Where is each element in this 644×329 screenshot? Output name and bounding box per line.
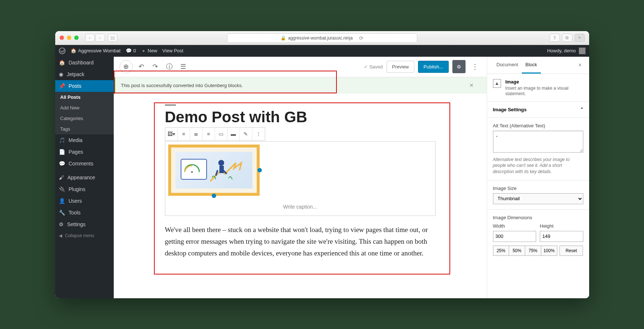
- window-zoom-icon[interactable]: [74, 35, 79, 40]
- edit-image-icon[interactable]: ✎: [240, 128, 252, 140]
- align-right-icon[interactable]: ≡: [203, 128, 215, 140]
- menu-jetpack[interactable]: ◉Jetpack: [55, 68, 114, 80]
- menu-media[interactable]: 🎵Media: [55, 134, 114, 146]
- scale-100-button[interactable]: 100%: [541, 246, 557, 256]
- redo-button[interactable]: ↷: [150, 61, 161, 72]
- submenu-add-new[interactable]: Add New: [55, 102, 114, 113]
- scale-50-button[interactable]: 50%: [509, 246, 525, 256]
- align-left-icon[interactable]: ≡: [178, 128, 190, 140]
- pages-icon: 📄: [59, 149, 65, 155]
- paragraph-block[interactable]: We've all been there – stuck on a websit…: [165, 224, 436, 259]
- collapse-menu[interactable]: ◀Collapse menu: [55, 230, 114, 241]
- menu-dashboard[interactable]: 🏠Dashboard: [55, 57, 114, 68]
- avatar-icon[interactable]: [579, 48, 585, 54]
- svg-point-2: [191, 171, 193, 173]
- image-settings-toggle[interactable]: Image Settings ˄: [493, 107, 583, 112]
- notice-close-button[interactable]: ×: [462, 82, 481, 89]
- image-block-icon: ▲: [493, 79, 501, 88]
- save-status: ✓Saved: [364, 64, 383, 70]
- window-close-icon[interactable]: [60, 35, 64, 40]
- image-caption-input[interactable]: Write caption...: [168, 201, 432, 213]
- tab-block[interactable]: Block: [522, 57, 541, 74]
- menu-appearance[interactable]: 🖌Appearance: [55, 172, 114, 183]
- new-content-link[interactable]: ＋ New: [141, 48, 157, 54]
- alt-text-input[interactable]: -: [493, 131, 583, 153]
- block-name: Image: [505, 79, 583, 85]
- lock-icon: 🔒: [280, 35, 286, 41]
- svg-point-3: [218, 160, 224, 166]
- forward-button[interactable]: ›: [95, 34, 105, 42]
- wrench-icon: 🔧: [59, 210, 65, 216]
- check-icon: ✓: [364, 64, 368, 70]
- scale-75-button[interactable]: 75%: [525, 246, 541, 256]
- settings-button[interactable]: ⚙: [452, 60, 466, 73]
- pin-icon: 📌: [59, 83, 65, 89]
- wp-admin-bar: 🏠 Aggressive Wombat 💬 0 ＋ New View Post …: [55, 45, 589, 57]
- height-input[interactable]: [540, 231, 583, 242]
- comments-link[interactable]: 💬 0: [126, 48, 136, 53]
- address-bar[interactable]: 🔒 aggressive-wombat.jurassic.ninja ⟳: [227, 33, 417, 43]
- preview-button[interactable]: Preview: [387, 61, 414, 73]
- reload-icon[interactable]: ⟳: [359, 35, 364, 41]
- scale-25-button[interactable]: 25%: [493, 246, 509, 256]
- undo-button[interactable]: ↶: [136, 61, 147, 72]
- outline-button[interactable]: ☰: [178, 61, 188, 72]
- users-icon: 👤: [59, 198, 65, 204]
- align-center-icon[interactable]: ≣: [190, 128, 203, 140]
- reset-button[interactable]: Reset: [560, 246, 583, 256]
- width-input[interactable]: [493, 231, 536, 242]
- align-full-icon[interactable]: ▬: [227, 128, 240, 140]
- new-tab-button[interactable]: +: [575, 34, 585, 42]
- dashboard-icon: 🏠: [59, 60, 65, 66]
- alt-text-label: Alt Text (Alternative Text): [493, 123, 583, 128]
- gear-icon: ⚙: [457, 64, 461, 70]
- wp-logo-icon[interactable]: [59, 48, 65, 54]
- info-button[interactable]: ⓘ: [164, 61, 174, 72]
- image-size-label: Image Size: [493, 186, 583, 191]
- menu-pages[interactable]: 📄Pages: [55, 146, 114, 158]
- menu-posts[interactable]: 📌Posts: [55, 80, 114, 92]
- title-rule: [165, 105, 176, 105]
- menu-comments[interactable]: 💬Comments: [55, 158, 114, 169]
- image-size-select[interactable]: Thumbnail: [493, 193, 583, 204]
- illustration-icon: [176, 152, 252, 188]
- comments-icon: 💬: [59, 161, 65, 167]
- success-notice: This post is successfully converted into…: [114, 77, 487, 94]
- svg-point-0: [59, 48, 65, 53]
- collapse-icon: ◀: [59, 233, 62, 238]
- submenu-tags[interactable]: Tags: [55, 124, 114, 134]
- view-post-link[interactable]: View Post: [162, 48, 184, 53]
- tabs-icon[interactable]: ⧉: [562, 34, 572, 42]
- menu-settings[interactable]: ⚙Settings: [55, 218, 114, 230]
- block-description: Insert an image to make a visual stateme…: [505, 86, 569, 96]
- resize-handle-right[interactable]: [257, 168, 262, 172]
- window-minimize-icon[interactable]: [67, 35, 71, 40]
- add-block-button[interactable]: ⊕: [120, 60, 133, 73]
- inspector-close-button[interactable]: ×: [577, 57, 583, 74]
- howdy-text[interactable]: Howdy, demo: [547, 48, 576, 53]
- submenu-all-posts[interactable]: All Posts: [55, 92, 114, 102]
- block-more-icon[interactable]: ⋮: [252, 128, 265, 140]
- post-title[interactable]: Demo Post with GB: [165, 108, 436, 126]
- resize-handle-bottom[interactable]: [212, 194, 216, 198]
- align-wide-icon[interactable]: ▭: [215, 128, 227, 140]
- submenu-categories[interactable]: Categories: [55, 113, 114, 124]
- editor-toolbar: ⊕ ↶ ↷ ⓘ ☰ ✓Saved Preview Publish... ⚙ ⋮: [114, 57, 487, 77]
- share-icon[interactable]: ⇪: [550, 34, 560, 42]
- dimensions-label: Image Dimensions: [493, 215, 583, 220]
- image-block[interactable]: Write caption...: [165, 141, 436, 216]
- image-preview[interactable]: [168, 145, 260, 196]
- back-button[interactable]: ‹: [85, 34, 95, 42]
- tab-document[interactable]: Document: [493, 57, 522, 74]
- more-menu[interactable]: ⋮: [469, 62, 481, 71]
- sidebar-toggle-icon[interactable]: ▯▯: [108, 34, 117, 42]
- plug-icon: 🔌: [59, 186, 65, 192]
- width-label: Width: [493, 223, 536, 229]
- menu-plugins[interactable]: 🔌Plugins: [55, 183, 114, 195]
- sliders-icon: ⚙: [59, 221, 64, 227]
- menu-tools[interactable]: 🔧Tools: [55, 207, 114, 218]
- site-name-link[interactable]: 🏠 Aggressive Wombat: [71, 48, 121, 53]
- publish-button[interactable]: Publish...: [418, 61, 448, 73]
- menu-users[interactable]: 👤Users: [55, 195, 114, 207]
- block-type-image-icon[interactable]: 🖼▾: [165, 128, 178, 140]
